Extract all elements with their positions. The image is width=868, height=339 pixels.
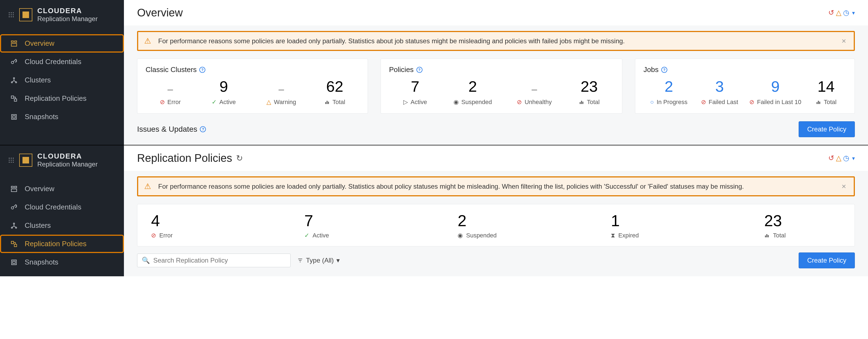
stat-label: Total	[824, 99, 836, 106]
stat-total[interactable]: 62 Total	[310, 79, 360, 106]
search-input-wrapper[interactable]: 🔍	[137, 253, 290, 267]
help-icon[interactable]: ?	[200, 126, 206, 132]
stat-unhealthy[interactable]: – ⊘Unhealthy	[504, 79, 564, 106]
svg-point-2	[13, 12, 14, 13]
summary-error[interactable]: 4 ⊘Error	[151, 211, 304, 239]
type-filter-label: Type (All)	[306, 257, 334, 264]
stat-value: 14	[817, 79, 835, 94]
stat-value: 7	[411, 79, 419, 94]
svg-rect-28	[819, 102, 820, 104]
error-icon: ⊘	[749, 99, 754, 106]
svg-rect-16	[11, 96, 14, 98]
summary-suspended[interactable]: 2 ◉Suspended	[458, 211, 611, 239]
card-title-label: Policies	[389, 65, 414, 74]
card-classic-clusters: Classic Clusters ? – ⊘Error 9 ✓Active	[137, 59, 368, 114]
svg-point-42	[13, 223, 14, 224]
stat-label: Active	[411, 99, 427, 106]
apps-grid-icon[interactable]	[8, 12, 14, 18]
error-icon: ⊘	[701, 99, 706, 106]
sidebar-item-label: Clusters	[25, 76, 51, 84]
refresh-icon[interactable]: ↻	[236, 154, 243, 163]
stat-value: 7	[304, 211, 313, 230]
stat-total[interactable]: 23 Total	[564, 79, 614, 106]
warning-alert: ⚠ For performance reasons some policies …	[137, 176, 855, 196]
alert-close-button[interactable]: ×	[842, 37, 846, 45]
sidebar-item-label: Overview	[25, 39, 54, 48]
stat-label: Suspended	[466, 232, 497, 239]
sidebar-item-snapshots[interactable]: Snapshots	[0, 253, 124, 271]
card-title-label: Jobs	[644, 65, 658, 74]
card-policies: Policies ? 7 ▷Active 2 ◉Suspended	[380, 59, 622, 114]
svg-rect-11	[11, 43, 17, 46]
sidebar-item-clusters[interactable]: Clusters	[0, 71, 124, 89]
svg-rect-50	[767, 234, 767, 237]
stat-error[interactable]: – ⊘Error	[146, 79, 195, 106]
stat-failed-last[interactable]: 3 ⊘Failed Last	[694, 79, 745, 106]
bar-chart-icon	[579, 99, 584, 105]
svg-rect-47	[11, 260, 16, 265]
stat-warning[interactable]: – △Warning	[252, 79, 310, 106]
svg-point-29	[9, 158, 10, 159]
apps-grid-icon[interactable]	[8, 157, 14, 163]
stop-icon: ◉	[454, 99, 459, 106]
search-input[interactable]	[153, 257, 286, 264]
summary-expired[interactable]: 1 ⧗Expired	[611, 211, 764, 239]
sidebar-item-cloud-credentials[interactable]: Cloud Credentials	[0, 53, 124, 71]
stat-value: 2	[468, 79, 477, 94]
stat-label: Total	[773, 232, 785, 239]
sidebar-item-clusters[interactable]: Clusters	[0, 216, 124, 235]
svg-rect-18	[11, 114, 16, 119]
stat-value: 9	[771, 79, 779, 94]
svg-rect-21	[327, 101, 327, 104]
header-status-icons[interactable]: ↺ △ ◷ ▾	[828, 154, 855, 162]
stat-failed-last-10[interactable]: 9 ⊘Failed in Last 10	[745, 79, 806, 106]
create-policy-button[interactable]: Create Policy	[799, 252, 855, 268]
sidebar-item-cloud-credentials[interactable]: Cloud Credentials	[0, 198, 124, 216]
stat-value: 23	[764, 211, 782, 230]
alert-warning-icon: ⚠	[144, 182, 151, 191]
svg-rect-51	[768, 235, 769, 237]
sidebar-item-overview[interactable]: Overview	[0, 180, 124, 198]
stat-label: Active	[219, 99, 236, 106]
svg-rect-10	[14, 41, 17, 42]
brand-logo-icon	[19, 154, 32, 167]
svg-point-4	[11, 14, 12, 15]
stat-value: 62	[326, 79, 343, 94]
help-icon[interactable]: ?	[199, 67, 205, 73]
svg-rect-45	[11, 241, 14, 244]
stat-total[interactable]: 14 Total	[806, 79, 846, 106]
help-icon[interactable]: ?	[661, 67, 667, 73]
header-status-icons[interactable]: ↺ △ ◷ ▾	[828, 8, 855, 17]
svg-rect-38	[11, 186, 13, 188]
svg-point-36	[11, 162, 12, 163]
sidebar-item-overview[interactable]: Overview	[0, 34, 124, 53]
brand-name: CLOUDERA	[37, 7, 98, 15]
create-policy-button[interactable]: Create Policy	[799, 121, 855, 137]
stat-active[interactable]: 9 ✓Active	[195, 79, 252, 106]
summary-active[interactable]: 7 ✓Active	[304, 211, 458, 239]
sidebar-item-label: Replication Policies	[25, 240, 86, 248]
svg-point-37	[13, 162, 14, 163]
bar-chart-icon	[816, 99, 821, 105]
sidebar-item-label: Snapshots	[25, 258, 58, 266]
stat-active[interactable]: 7 ▷Active	[389, 79, 441, 106]
sidebar-item-label: Snapshots	[25, 112, 58, 121]
stat-suspended[interactable]: 2 ◉Suspended	[441, 79, 504, 106]
sidebar-item-snapshots[interactable]: Snapshots	[0, 108, 124, 126]
svg-point-7	[11, 16, 12, 17]
svg-rect-9	[11, 41, 13, 42]
sidebar-item-label: Cloud Credentials	[25, 203, 82, 211]
chevron-down-icon: ▾	[852, 155, 855, 162]
stat-value: 1	[611, 211, 620, 230]
alert-close-button[interactable]: ×	[842, 182, 846, 191]
sidebar-item-replication-policies[interactable]: Replication Policies	[0, 235, 124, 253]
type-filter[interactable]: Type (All) ▾	[297, 257, 340, 264]
sidebar-item-replication-policies[interactable]: Replication Policies	[0, 89, 124, 108]
summary-total[interactable]: 23 Total	[764, 211, 841, 239]
help-icon[interactable]: ?	[416, 67, 423, 73]
stat-in-progress[interactable]: 2 ○In Progress	[644, 79, 694, 106]
stat-label: Suspended	[461, 99, 492, 106]
stop-icon: ◉	[458, 232, 463, 239]
alert-text: For performance reasons some policies ar…	[158, 183, 744, 190]
svg-rect-23	[580, 102, 580, 104]
